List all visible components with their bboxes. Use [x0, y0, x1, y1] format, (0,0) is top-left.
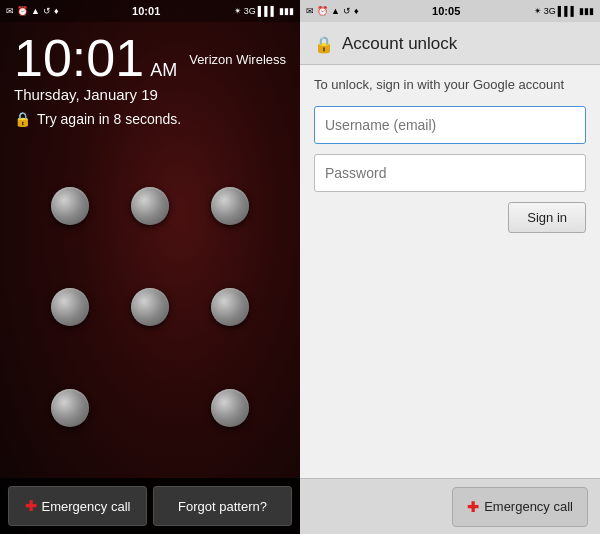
alarm-icon: ⏰	[17, 6, 28, 16]
right-status-icons: ✉ ⏰ ▲ ↺ ♦	[306, 6, 359, 16]
lock-icon: 🔒	[14, 111, 31, 127]
password-input[interactable]	[314, 154, 586, 192]
dot-3[interactable]	[211, 187, 249, 225]
right-wifi-icon: ▲	[331, 6, 340, 16]
right-sync-icon: ↺	[343, 6, 351, 16]
left-phone: ✉ ⏰ ▲ ↺ ♦ 10:01 ✴ 3G ▌▌▌ ▮▮▮ 10:01 AM Ve…	[0, 0, 300, 534]
unlock-body: To unlock, sign in with your Google acco…	[300, 65, 600, 478]
forgot-pattern-label: Forgot pattern?	[178, 499, 267, 514]
emergency-call-label: Emergency call	[42, 499, 131, 514]
right-status-right: ✴ 3G ▌▌▌ ▮▮▮	[534, 6, 594, 16]
bluetooth-icon: ✴	[234, 6, 242, 16]
usb-icon: ♦	[54, 6, 59, 16]
right-status-bar: ✉ ⏰ ▲ ↺ ♦ 10:05 ✴ 3G ▌▌▌ ▮▮▮	[300, 0, 600, 22]
signin-row: Sign in	[314, 202, 586, 233]
dot-cell-4[interactable]	[30, 256, 110, 357]
dot-6[interactable]	[211, 288, 249, 326]
right-phone: ✉ ⏰ ▲ ↺ ♦ 10:05 ✴ 3G ▌▌▌ ▮▮▮ 🔒 Account u…	[300, 0, 600, 534]
right-bt-icon: ✴	[534, 6, 542, 16]
dot-5[interactable]	[131, 288, 169, 326]
bars-icon: ▌▌▌	[258, 6, 277, 16]
dot-9[interactable]	[211, 389, 249, 427]
right-emergency-icon: ✚	[467, 499, 479, 515]
unlock-subtitle: To unlock, sign in with your Google acco…	[314, 77, 586, 92]
right-alarm-icon: ⏰	[317, 6, 328, 16]
time-number: 10:01	[14, 32, 144, 84]
right-msg-icon: ✉	[306, 6, 314, 16]
left-status-bar: ✉ ⏰ ▲ ↺ ♦ 10:01 ✴ 3G ▌▌▌ ▮▮▮	[0, 0, 300, 22]
signal-icon: ↺	[43, 6, 51, 16]
account-unlock-panel: 🔒 Account unlock To unlock, sign in with…	[300, 22, 600, 478]
right-battery-icon: ▮▮▮	[579, 6, 594, 16]
right-emergency-button[interactable]: ✚ Emergency call	[452, 487, 588, 527]
emergency-call-button[interactable]: ✚ Emergency call	[8, 486, 147, 526]
dot-cell-3[interactable]	[190, 155, 270, 256]
dot-1[interactable]	[51, 187, 89, 225]
dot-2[interactable]	[131, 187, 169, 225]
network-icon: 3G	[244, 6, 256, 16]
battery-icon: ▮▮▮	[279, 6, 294, 16]
forgot-pattern-button[interactable]: Forgot pattern?	[153, 486, 292, 526]
time-display: 10:01 AM Verizon Wireless	[0, 22, 300, 84]
unlock-lock-icon: 🔒	[314, 35, 334, 54]
time-ampm: AM	[150, 61, 177, 79]
carrier-name: Verizon Wireless	[189, 52, 286, 67]
date-line: Thursday, January 19	[0, 86, 300, 103]
unlock-title: Account unlock	[342, 34, 457, 54]
dot-cell-7[interactable]	[30, 357, 110, 458]
emergency-cross-icon: ✚	[25, 498, 37, 514]
dot-7[interactable]	[51, 389, 89, 427]
message-icon: ✉	[6, 6, 14, 16]
pattern-area[interactable]	[0, 135, 300, 478]
lock-message: 🔒 Try again in 8 seconds.	[0, 103, 300, 135]
right-bottom-bar: ✚ Emergency call	[300, 478, 600, 534]
username-input[interactable]	[314, 106, 586, 144]
lock-text: Try again in 8 seconds.	[37, 111, 181, 127]
left-bottom-bar: ✚ Emergency call Forgot pattern?	[0, 478, 300, 534]
left-clock: 10:01	[132, 5, 160, 17]
right-emergency-label: Emergency call	[484, 499, 573, 514]
dot-cell-8	[110, 357, 190, 458]
dot-cell-9[interactable]	[190, 357, 270, 458]
dot-cell-1[interactable]	[30, 155, 110, 256]
right-network-icon: 3G	[544, 6, 556, 16]
left-status-icons: ✉ ⏰ ▲ ↺ ♦	[6, 6, 59, 16]
signin-button[interactable]: Sign in	[508, 202, 586, 233]
left-status-right: ✴ 3G ▌▌▌ ▮▮▮	[234, 6, 294, 16]
right-clock: 10:05	[432, 5, 460, 17]
dot-cell-5[interactable]	[110, 256, 190, 357]
right-bars-icon: ▌▌▌	[558, 6, 577, 16]
dot-cell-2[interactable]	[110, 155, 190, 256]
wifi-icon: ▲	[31, 6, 40, 16]
dot-4[interactable]	[51, 288, 89, 326]
dot-cell-6[interactable]	[190, 256, 270, 357]
unlock-header: 🔒 Account unlock	[300, 22, 600, 65]
right-usb-icon: ♦	[354, 6, 359, 16]
